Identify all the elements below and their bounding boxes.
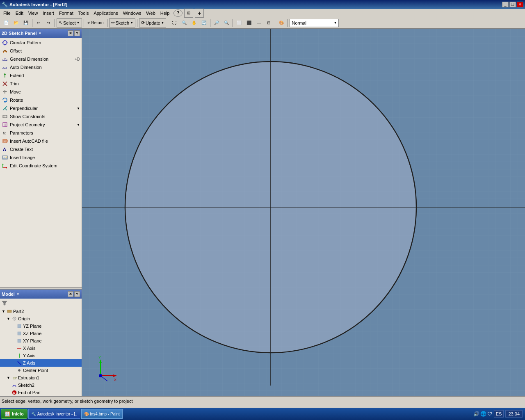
tree-y-axis[interactable]: Y Axis (0, 352, 82, 359)
tree-xz-plane[interactable]: XZ Plane (0, 330, 82, 337)
close-button[interactable]: ✕ (517, 2, 523, 7)
panel-item-project-geometry[interactable]: Project Geometry ▼ (0, 121, 82, 129)
y-axis-icon (16, 353, 22, 358)
tree-zaxis-label: Z Axis (23, 361, 35, 365)
lang-indicator: ES (494, 410, 504, 418)
viewport[interactable]: Y X (82, 29, 525, 396)
menu-format[interactable]: Format (57, 10, 76, 16)
parameters-icon: fx (2, 130, 8, 136)
separator7 (210, 19, 210, 27)
panel-item-auto-dimension[interactable]: AD Auto Dimension (0, 63, 82, 71)
menu-applications[interactable]: Applications (91, 10, 120, 16)
tree-end-of-part[interactable]: E End of Part (0, 389, 82, 396)
model-panel-header[interactable]: Model ▼ ✕ ? (0, 290, 82, 299)
tree-yz-label: YZ Plane (23, 324, 41, 329)
circular-pattern-icon (2, 39, 8, 46)
zoom-in-button[interactable]: 🔎 (212, 18, 221, 27)
sketch-panel-close[interactable]: ✕ (68, 30, 73, 36)
open-button[interactable]: 📂 (11, 18, 21, 27)
panel-item-perpendicular[interactable]: Perpendicular ▼ (0, 104, 82, 112)
zoom-out-button[interactable]: 🔍 (222, 18, 231, 27)
menu-web[interactable]: Web (144, 10, 158, 16)
taskbar-app-paint[interactable]: 🎨 ins4.bmp - Paint (81, 409, 123, 419)
save-button[interactable]: 💾 (21, 18, 30, 27)
tree-x-axis[interactable]: X Axis (0, 345, 82, 352)
panel-item-edit-coordinate[interactable]: Edit Coordinate System (0, 162, 82, 170)
status-message: Select edge, vertex, work geometry, or s… (2, 399, 133, 404)
project-geometry-icon (2, 121, 8, 128)
panel-item-create-text[interactable]: A Create Text (0, 145, 82, 153)
panel-item-circular-pattern[interactable]: Circular Pattern (0, 39, 82, 47)
menu-tools[interactable]: Tools (76, 10, 91, 16)
normal-dropdown[interactable]: Normal ▼ (290, 19, 339, 27)
update-dropdown[interactable]: ⟳ Update ▼ (139, 18, 166, 27)
panel-item-move[interactable]: ✛ Move (0, 88, 82, 96)
sketch2-icon (11, 382, 17, 388)
tree-center-point[interactable]: Center Point (0, 367, 82, 374)
start-button[interactable]: 🪟 Inicio (1, 409, 27, 419)
restore-button[interactable]: ❐ (509, 2, 516, 7)
minimize-button[interactable]: _ (502, 2, 509, 7)
general-dimension-shortcut: +D (75, 57, 80, 62)
panel-item-extend[interactable]: Extend (0, 71, 82, 80)
tree-yz-plane[interactable]: YZ Plane (0, 322, 82, 330)
menu-file[interactable]: File (1, 10, 13, 16)
inventor-taskbar-icon: 🔧 (31, 412, 36, 416)
panel-item-general-dimension[interactable]: D General Dimension +D (0, 55, 82, 63)
help-button[interactable]: ? (173, 9, 183, 17)
display-button[interactable]: 🎨 (277, 18, 286, 27)
return-button[interactable]: ↵ Return (86, 18, 105, 27)
pan-button[interactable]: ✋ (189, 18, 199, 27)
grid-button[interactable]: ⊞ (184, 9, 193, 18)
undo-button[interactable]: ↩ (34, 18, 43, 27)
view2-button[interactable]: ⬛ (244, 18, 253, 27)
panel-item-trim[interactable]: Trim (0, 80, 82, 88)
panel-item-rotate[interactable]: Rotate (0, 96, 82, 104)
perpendicular-label: Perpendicular (10, 106, 38, 111)
add-button[interactable]: + (195, 9, 204, 18)
tree-origin[interactable]: ▼ Origin (0, 315, 82, 322)
tree-xy-plane[interactable]: XY Plane (0, 337, 82, 345)
panel-item-insert-image[interactable]: Insert Image (0, 153, 82, 162)
new-button[interactable]: 📄 (2, 18, 11, 27)
edit-coordinate-label: Edit Coordinate System (10, 163, 57, 168)
tree-extrusion1[interactable]: ▼ Extrusion1 (0, 374, 82, 381)
title-bar-controls[interactable]: _ ❐ ✕ (502, 2, 523, 7)
view1-button[interactable]: ⬜ (235, 18, 244, 27)
menu-edit[interactable]: Edit (13, 10, 26, 16)
sketch-panel-help[interactable]: ? (74, 30, 80, 36)
zoom-button[interactable]: 🔍 (180, 18, 189, 27)
model-panel-close[interactable]: ✕ (68, 291, 73, 297)
insert-autocad-label: Insert AutoCAD file (10, 139, 48, 144)
tree-part2[interactable]: ▼ Part2 (0, 308, 82, 315)
rotate3d-button[interactable]: 🔄 (199, 18, 208, 27)
menu-view[interactable]: View (26, 10, 41, 16)
model-panel-help[interactable]: ? (74, 291, 80, 297)
tree-z-axis[interactable]: Z Axis (0, 359, 82, 367)
panel-item-parameters[interactable]: fx Parameters (0, 129, 82, 137)
menu-insert[interactable]: Insert (40, 10, 57, 16)
view3-button[interactable]: ― (254, 18, 263, 27)
status-bar: Select edge, vertex, work geometry, or s… (0, 396, 525, 405)
show-constraints-label: Show Constraints (10, 114, 45, 119)
select-dropdown[interactable]: ↖ Select ▼ (57, 18, 82, 27)
sketch-panel-header[interactable]: 2D Sketch Panel ▼ ✕ ? (0, 29, 82, 38)
x-axis-icon (16, 345, 22, 351)
taskbar-app-inventor[interactable]: 🔧 Autodesk Inventor - [.. (28, 409, 80, 419)
panel-item-show-constraints[interactable]: Show Constraints (0, 112, 82, 121)
panel-item-offset[interactable]: Offset (0, 47, 82, 55)
menu-windows[interactable]: Windows (121, 10, 144, 16)
axis-indicator: Y X (90, 353, 119, 382)
model-panel-dropdown-icon: ▼ (16, 292, 20, 296)
tree-yaxis-label: Y Axis (23, 353, 35, 358)
sketch-dropdown[interactable]: ✏ Sketch ▼ (109, 18, 136, 27)
tree-sketch2[interactable]: Sketch2 (0, 381, 82, 389)
fit-button[interactable]: ⛶ (170, 18, 179, 27)
panel-item-insert-autocad[interactable]: DWG Insert AutoCAD file (0, 137, 82, 145)
svg-line-63 (100, 376, 107, 381)
view4-button[interactable]: ⊟ (264, 18, 273, 27)
taskbar: 🪟 Inicio 🔧 Autodesk Inventor - [.. 🎨 ins… (0, 408, 525, 420)
separator4 (107, 19, 107, 27)
redo-button[interactable]: ↪ (44, 18, 53, 27)
menu-help[interactable]: Help (158, 10, 172, 16)
